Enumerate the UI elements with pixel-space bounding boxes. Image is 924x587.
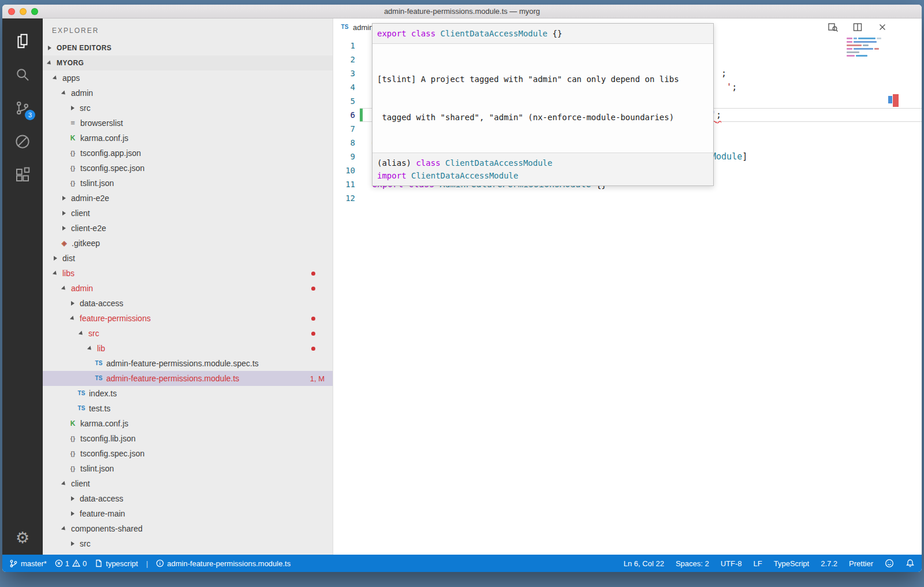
activity-explorer[interactable]: [2, 24, 43, 58]
tree-folder-lib[interactable]: lib: [43, 341, 333, 356]
line-number: 3: [333, 66, 355, 80]
line-number: 5: [333, 94, 355, 108]
tree-file-admin-feature-permissions.module.spec.ts[interactable]: TSadmin-feature-permissions.module.spec.…: [43, 356, 333, 371]
minimap[interactable]: [847, 38, 886, 58]
tree-file-tslint.json[interactable]: {}tslint.json: [43, 176, 333, 191]
split-editor-icon[interactable]: [852, 22, 863, 33]
tree-item-label: browserslist: [80, 118, 123, 128]
typescript-version[interactable]: 2.7.2: [821, 559, 837, 568]
feedback-smiley[interactable]: [885, 559, 894, 568]
hover-tooltip: export class ClientDataAccessModule {} […: [372, 23, 714, 186]
modified-dot-badge: [311, 272, 315, 276]
notifications[interactable]: [906, 559, 915, 568]
tree-folder-libs[interactable]: libs: [43, 266, 333, 281]
tree-file-tsconfig.spec.json[interactable]: {}tsconfig.spec.json: [43, 161, 333, 176]
minimap-segment: [856, 55, 867, 57]
activity-search[interactable]: [2, 58, 43, 91]
activity-source-control[interactable]: 3: [2, 91, 43, 125]
code-token: ': [726, 82, 732, 92]
formatter-status[interactable]: Prettier: [849, 559, 873, 568]
file-tree: appsadminsrc≡browserslistKkarma.conf.js{…: [43, 70, 333, 555]
line-number: 4: [333, 80, 355, 94]
json-file-icon: {}: [68, 179, 77, 188]
modified-dot-badge: [311, 332, 315, 336]
tree-file-test.ts[interactable]: TStest.ts: [43, 401, 333, 416]
git-branch-status[interactable]: master*: [9, 559, 47, 568]
tree-item-label: tslint.json: [80, 464, 114, 473]
tree-item-label: admin: [71, 284, 93, 293]
chevron-expanded-icon: [85, 344, 95, 353]
activity-extensions[interactable]: [2, 158, 43, 192]
tree-file-tsconfig.app.json[interactable]: {}tsconfig.app.json: [43, 146, 333, 161]
tree-folder-client-e2e[interactable]: client-e2e: [43, 221, 333, 236]
tree-folder-dist[interactable]: dist: [43, 251, 333, 266]
cursor-position[interactable]: Ln 6, Col 22: [624, 559, 664, 568]
tree-folder-feature-main[interactable]: feature-main: [43, 506, 333, 521]
indentation-setting[interactable]: Spaces: 2: [676, 559, 709, 568]
problems-status[interactable]: 1 0: [55, 559, 87, 568]
tree-file-index.ts[interactable]: TSindex.ts: [43, 386, 333, 401]
tree-item-label: karma.conf.js: [80, 133, 128, 143]
hover-lint-message: [tslint] A project tagged with "admin" c…: [372, 44, 713, 153]
ts-file-icon: TS: [77, 389, 86, 398]
lint-file-status[interactable]: admin-feature-permissions.module.ts: [156, 559, 290, 568]
tree-file-.gitkeep[interactable]: ◈.gitkeep: [43, 236, 333, 251]
project-root-section[interactable]: MYORG: [43, 55, 333, 70]
tree-folder-src[interactable]: src: [43, 101, 333, 116]
tree-item-label: src: [88, 329, 99, 338]
open-editors-section[interactable]: OPEN EDITORS: [43, 40, 333, 55]
tree-folder-admin-e2e[interactable]: admin-e2e: [43, 191, 333, 206]
tree-folder-feature-permissions[interactable]: feature-permissions: [43, 311, 333, 326]
tree-file-admin-feature-permissions.module.ts[interactable]: TSadmin-feature-permissions.module.ts1, …: [43, 371, 333, 386]
tree-file-karma.conf.js[interactable]: Kkarma.conf.js: [43, 131, 333, 146]
tree-folder-components-shared[interactable]: components-shared: [43, 521, 333, 536]
close-window-button[interactable]: [8, 8, 15, 15]
tree-folder-admin[interactable]: admin: [43, 281, 333, 296]
settings-gear-icon[interactable]: ⚙: [16, 529, 29, 547]
minimap-row: [847, 48, 886, 50]
chevron-collapsed-icon: [68, 494, 77, 503]
tree-folder-data-access[interactable]: data-access: [43, 491, 333, 506]
minimap-segment: [847, 55, 855, 57]
tree-file-tslint.json[interactable]: {}tslint.json: [43, 461, 333, 476]
typescript-project-status[interactable]: typescript: [95, 559, 138, 568]
activity-debug[interactable]: [2, 125, 43, 158]
tree-folder-data-access[interactable]: data-access: [43, 296, 333, 311]
language-mode[interactable]: TypeScript: [774, 559, 809, 568]
chevron-expanded-icon: [59, 284, 69, 293]
zoom-window-button[interactable]: [31, 8, 38, 15]
end-of-line[interactable]: LF: [754, 559, 762, 568]
tree-file-tsconfig.spec.json[interactable]: {}tsconfig.spec.json: [43, 446, 333, 461]
tree-item-label: client-e2e: [71, 224, 106, 233]
overview-ruler-error-marker[interactable]: [893, 94, 899, 107]
tree-file-tsconfig.lib.json[interactable]: {}tsconfig.lib.json: [43, 431, 333, 446]
tree-folder-admin[interactable]: admin: [43, 86, 333, 101]
code-token: export: [377, 29, 407, 38]
tree-folder-client[interactable]: client: [43, 206, 333, 221]
typescript-status-icon: [95, 559, 103, 567]
open-preview-icon[interactable]: [828, 22, 839, 33]
chevron-collapsed-icon: [59, 194, 69, 203]
status-file-name: admin-feature-permissions.module.ts: [167, 559, 290, 568]
code-token: ;: [721, 68, 726, 79]
file-encoding[interactable]: UTF-8: [721, 559, 742, 568]
minimize-window-button[interactable]: [20, 8, 27, 15]
tree-file-browserslist[interactable]: ≡browserslist: [43, 116, 333, 131]
tree-file-karma.conf.js[interactable]: Kkarma.conf.js: [43, 416, 333, 431]
tree-folder-src[interactable]: src: [43, 326, 333, 341]
branch-icon: [9, 559, 18, 568]
close-editor-icon[interactable]: [877, 22, 888, 33]
tree-item-label: lib: [97, 344, 105, 353]
tree-folder-apps[interactable]: apps: [43, 70, 333, 86]
tree-folder-src[interactable]: src: [43, 536, 333, 551]
hover-signature-line: export class ClientDataAccessModule {}: [372, 24, 713, 44]
tree-item-label: admin-feature-permissions.module.ts: [106, 374, 239, 383]
code-token: ]: [742, 151, 747, 162]
overview-ruler-info-marker[interactable]: [888, 96, 892, 103]
code-line-12[interactable]: 12: [333, 191, 922, 205]
minimap-row: [847, 51, 886, 53]
extensions-icon: [14, 166, 31, 184]
tree-item-label: src: [80, 539, 91, 548]
tree-folder-client[interactable]: client: [43, 476, 333, 491]
lint-message-line-2: tagged with "shared", "admin" (nx-enforc…: [377, 111, 709, 124]
